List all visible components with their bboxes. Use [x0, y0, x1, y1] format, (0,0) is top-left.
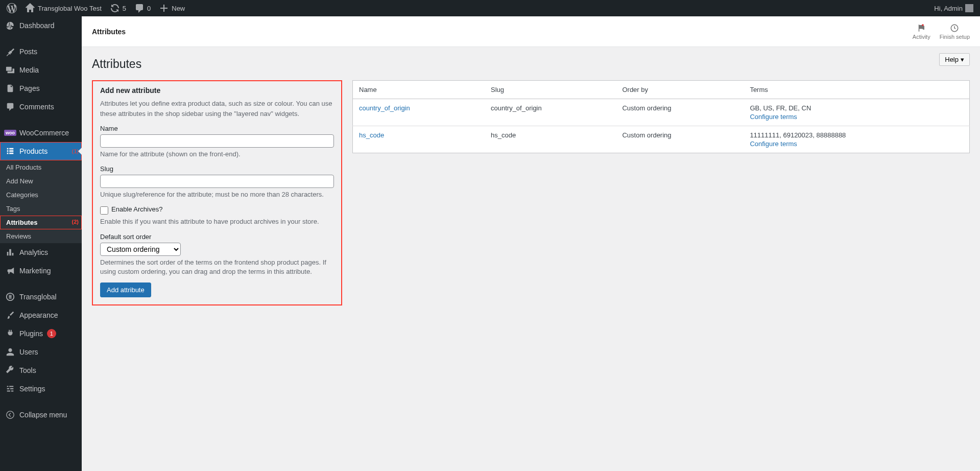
avatar	[965, 4, 973, 12]
wp-logo[interactable]	[3, 0, 20, 16]
comments-count: 0	[147, 5, 151, 12]
slug-label: Slug	[100, 165, 334, 173]
menu-pages[interactable]: Pages	[0, 79, 82, 98]
howdy[interactable]: Hi, Admin	[930, 0, 977, 16]
th-terms: Terms	[744, 81, 969, 99]
sort-select[interactable]: Custom ordering	[100, 243, 181, 256]
menu-products[interactable]: Products(1)	[0, 142, 82, 160]
sub-reviews[interactable]: Reviews	[0, 229, 82, 243]
attr-order: Custom ordering	[616, 126, 744, 153]
sub-add-new[interactable]: Add New	[0, 174, 82, 188]
sub-label: Attributes	[6, 219, 37, 226]
archives-checkbox[interactable]	[100, 206, 108, 215]
configure-terms-link[interactable]: Configure terms	[750, 113, 963, 121]
form-intro: Attributes let you define extra product …	[100, 99, 334, 119]
finish-label: Finish setup	[940, 34, 970, 40]
wordpress-icon	[7, 3, 17, 13]
sub-categories[interactable]: Categories	[0, 188, 82, 202]
table-row: hs_code hs_code Custom ordering 11111111…	[353, 126, 970, 153]
analytics-icon	[5, 247, 15, 257]
menu-label: WooCommerce	[19, 129, 69, 137]
sub-attributes[interactable]: Attributes(2)	[0, 216, 82, 229]
activity-button[interactable]: Activity	[913, 23, 930, 40]
attr-name-link[interactable]: hs_code	[359, 131, 384, 139]
finish-setup-button[interactable]: Finish setup	[940, 23, 970, 40]
svg-point-1	[922, 24, 924, 26]
menu-label: Plugins	[19, 329, 43, 338]
menu-woocommerce[interactable]: wooWooCommerce	[0, 124, 82, 142]
updates[interactable]: 5	[106, 0, 130, 16]
comment-icon	[134, 3, 145, 13]
slug-input[interactable]	[100, 175, 334, 188]
menu-posts[interactable]: Posts	[0, 42, 82, 61]
menu-transglobal[interactable]: Transglobal	[0, 288, 82, 306]
sub-all-products[interactable]: All Products	[0, 160, 82, 174]
menu-label: Tools	[19, 366, 36, 374]
name-input[interactable]	[100, 134, 334, 148]
admin-sidebar: Dashboard Posts Media Pages Comments woo…	[0, 16, 82, 471]
menu-analytics[interactable]: Analytics	[0, 243, 82, 262]
products-submenu: All Products Add New Categories Tags Att…	[0, 160, 82, 243]
menu-label: Collapse menu	[19, 411, 67, 419]
woo-icon: woo	[5, 128, 15, 138]
menu-media[interactable]: Media	[0, 61, 82, 79]
help-button[interactable]: Help▾	[939, 53, 970, 66]
brush-icon	[5, 310, 15, 320]
dashboard-icon	[5, 20, 15, 31]
site-name[interactable]: Transglobal Woo Test	[21, 0, 105, 16]
attributes-table-wrap: Name Slug Order by Terms country_of_orig…	[352, 80, 970, 153]
attr-slug: country_of_origin	[485, 99, 616, 126]
sort-label: Default sort order	[100, 233, 334, 241]
th-slug: Slug	[485, 81, 616, 99]
menu-label: Comments	[19, 103, 54, 111]
menu-label: Transglobal	[19, 293, 57, 301]
menu-label: Dashboard	[19, 21, 55, 30]
menu-comments[interactable]: Comments	[0, 98, 82, 116]
attr-terms: 11111111, 69120023, 88888888	[750, 131, 846, 139]
menu-label: Settings	[19, 385, 45, 393]
menu-settings[interactable]: Settings	[0, 380, 82, 398]
menu-appearance[interactable]: Appearance	[0, 306, 82, 324]
menu-marketing[interactable]: Marketing	[0, 262, 82, 280]
products-icon	[5, 146, 15, 156]
archives-hint: Enable this if you want this attribute t…	[100, 217, 334, 226]
clock-icon	[950, 23, 959, 33]
pin-icon	[5, 46, 15, 57]
attributes-table: Name Slug Order by Terms country_of_orig…	[352, 80, 970, 153]
comment-icon	[5, 102, 15, 112]
menu-dashboard[interactable]: Dashboard	[0, 16, 82, 35]
add-attribute-form: Add new attribute Attributes let you def…	[92, 80, 342, 305]
sort-hint: Determines the sort order of the terms o…	[100, 258, 334, 276]
comments[interactable]: 0	[131, 0, 154, 16]
menu-tools[interactable]: Tools	[0, 361, 82, 380]
attr-order: Custom ordering	[616, 99, 744, 126]
menu-users[interactable]: Users	[0, 343, 82, 361]
attr-slug: hs_code	[485, 126, 616, 153]
marker-2: (2)	[72, 219, 79, 225]
sub-tags[interactable]: Tags	[0, 202, 82, 216]
menu-label: Appearance	[19, 311, 58, 319]
menu-label: Users	[19, 348, 38, 356]
table-row: country_of_origin country_of_origin Cust…	[353, 99, 970, 126]
sliders-icon	[5, 384, 15, 394]
add-attribute-button[interactable]: Add attribute	[100, 282, 151, 297]
globe-icon	[5, 292, 15, 302]
menu-label: Analytics	[19, 248, 48, 256]
new-content[interactable]: New	[155, 0, 188, 16]
page-heading: Attributes	[92, 57, 141, 71]
form-title: Add new attribute	[100, 86, 334, 95]
th-name: Name	[353, 81, 485, 99]
name-hint: Name for the attribute (shown on the fro…	[100, 150, 334, 159]
menu-plugins[interactable]: Plugins1	[0, 324, 82, 343]
menu-collapse[interactable]: Collapse menu	[0, 406, 82, 424]
home-icon	[25, 3, 35, 13]
archives-label: Enable Archives?	[111, 205, 162, 213]
plug-icon	[5, 328, 15, 339]
configure-terms-link[interactable]: Configure terms	[750, 140, 963, 148]
flag-icon	[917, 23, 926, 33]
admin-toolbar: Transglobal Woo Test 5 0 New Hi, Admin	[0, 0, 980, 16]
attr-name-link[interactable]: country_of_origin	[359, 104, 410, 112]
megaphone-icon	[5, 266, 15, 276]
menu-label: Products	[19, 147, 47, 155]
topbar-title: Attributes	[92, 28, 126, 36]
